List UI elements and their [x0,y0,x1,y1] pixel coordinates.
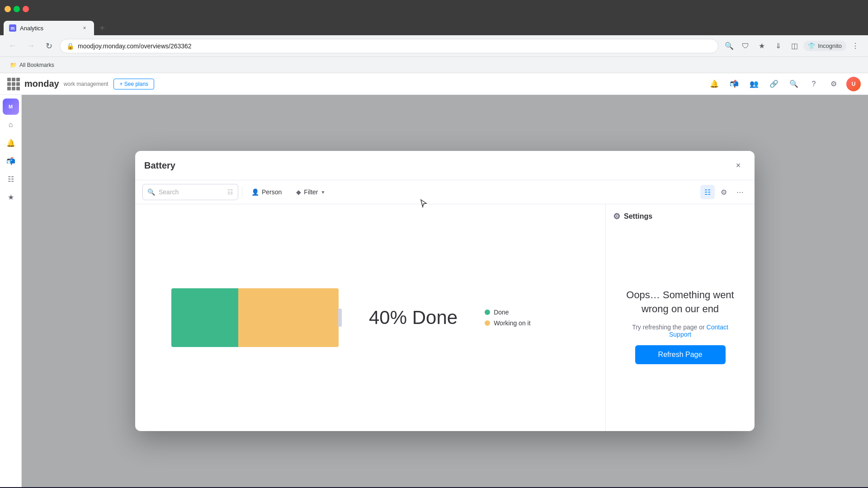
refresh-label: Refresh Page [658,351,703,358]
toolbar-right-icons: ☷ ⚙ ⋯ [700,185,747,199]
app-area: monday work management + See plans 🔔 📬 👥… [0,73,868,487]
dialog-overlay: Battery × 🔍 ☷ 👤 Person [22,95,868,487]
filter-button[interactable]: ◆ Filter ▼ [291,186,330,198]
app-logo-area: monday work management [7,78,108,90]
lock-icon: 🔒 [66,42,74,50]
dialog-close-button[interactable]: × [731,158,745,173]
filter-label: Filter [304,188,318,196]
bookmarks-label: All Bookmarks [19,62,54,68]
download-icon[interactable]: ⇓ [771,39,785,53]
see-plans-button[interactable]: + See plans [113,79,154,89]
dialog-title: Battery [144,160,175,171]
battery-done-segment [171,288,238,347]
done-dot [485,310,490,315]
shield-icon[interactable]: 🛡 [738,39,753,53]
browser-tabs: m Analytics × + [0,18,868,35]
grid-view-button[interactable]: ☷ [700,185,715,199]
working-label: Working on it [494,319,530,327]
forward-button[interactable]: → [24,39,38,53]
battery-percentage-label: 40% Done [369,307,458,328]
refresh-page-button[interactable]: Refresh Page [635,345,726,364]
settings-gear-icon: ⚙ [613,211,620,221]
incognito-icon: 👕 [808,42,815,49]
team-icon[interactable]: 👥 [747,77,761,91]
toolbar-divider [242,187,242,197]
maximize-button[interactable] [14,6,20,12]
sidebar: M ⌂ 🔔 📬 ☷ ★ [0,95,22,487]
sidebar-item-avatar[interactable]: M [3,99,19,115]
apps-grid-icon[interactable] [7,78,20,90]
minimize-button[interactable] [5,6,11,12]
search-icon-btn[interactable]: 🔍 [722,39,736,53]
error-area: Oops… Something went wrong on our end Tr… [613,229,747,424]
bookmarks-bar: 📁 All Bookmarks [0,57,868,73]
address-bar[interactable]: 🔒 moodjoy.monday.com/overviews/263362 [60,39,718,53]
integrations-icon[interactable]: 🔗 [767,77,781,91]
settings-icon[interactable]: ⚙ [826,77,841,91]
browser-toolbar: ← → ↻ 🔒 moodjoy.monday.com/overviews/263… [0,35,868,57]
battery-bar-wrapper [171,288,342,347]
dialog-header: Battery × [135,151,755,180]
battery-working-segment [238,288,339,347]
legend-done: Done [485,309,530,316]
sidebar-item-favorites[interactable]: ★ [3,189,19,205]
sidebar-item-inbox[interactable]: 📬 [3,153,19,169]
help-icon[interactable]: ? [807,77,821,91]
error-title: Oops… Something went wrong on our end [622,288,738,316]
tab-title: Analytics [20,25,77,32]
sidebar-item-boards[interactable]: ☷ [3,171,19,187]
bookmark-star-icon[interactable]: ★ [755,39,769,53]
url-text: moodjoy.monday.com/overviews/263362 [78,42,192,50]
app-header-actions: 🔔 📬 👥 🔗 🔍 ? ⚙ U [707,77,861,91]
more-options-button[interactable]: ⋯ [733,185,747,199]
settings-panel-button[interactable]: ⚙ [717,185,731,199]
tab-close-button[interactable]: × [80,24,89,32]
monday-logo-text: monday [24,79,59,89]
legend-working: Working on it [485,319,530,327]
battery-dialog: Battery × 🔍 ☷ 👤 Person [135,151,755,431]
folder-icon: 📁 [10,62,17,68]
battery-chart-container: 40% Done Done Working on i [171,288,531,347]
inbox-icon[interactable]: 📬 [727,77,741,91]
toolbar-actions: 🔍 🛡 ★ ⇓ ◫ 👕 Incognito ⋮ [722,39,863,53]
monday-logo: monday [24,79,59,89]
sidebar-item-notifications[interactable]: 🔔 [3,135,19,151]
search-icon: 🔍 [147,188,155,196]
settings-header: ⚙ Settings [613,211,747,221]
main-content: Battery × 🔍 ☷ 👤 Person [22,95,868,487]
search-input[interactable] [159,188,222,196]
reload-button[interactable]: ↻ [42,39,56,53]
done-label: Done [494,309,509,316]
tab-favicon: m [9,24,16,32]
sidebar-item-home[interactable]: ⌂ [3,117,19,133]
incognito-badge[interactable]: 👕 Incognito [803,41,846,51]
chart-area: 40% Done Done Working on i [135,204,605,431]
settings-panel: ⚙ Settings Oops… Something went wrong on… [605,204,755,431]
dialog-toolbar: 🔍 ☷ 👤 Person ◆ Filter ▼ [135,180,755,204]
battery-legend: Done Working on it [485,309,530,327]
window-controls [5,6,29,12]
search-wrapper[interactable]: 🔍 ☷ [142,184,238,200]
browser-titlebar [0,0,868,18]
app-header: monday work management + See plans 🔔 📬 👥… [0,73,868,95]
new-tab-button[interactable]: + [96,22,108,34]
app-body: M ⌂ 🔔 📬 ☷ ★ Battery × [0,95,868,487]
user-avatar[interactable]: U [846,77,861,91]
close-window-button[interactable] [23,6,29,12]
table-view-icon: ☷ [227,188,233,196]
browser-chrome: m Analytics × + ← → ↻ 🔒 moodjoy.monday.c… [0,0,868,73]
working-dot [485,320,490,326]
active-tab[interactable]: m Analytics × [4,21,94,35]
filter-icon: ◆ [296,188,301,196]
bookmarks-folder[interactable]: 📁 All Bookmarks [5,60,59,70]
person-filter-button[interactable]: 👤 Person [246,186,287,198]
search-header-icon[interactable]: 🔍 [787,77,801,91]
back-button[interactable]: ← [5,39,20,53]
split-view-icon[interactable]: ◫ [787,39,802,53]
notifications-icon[interactable]: 🔔 [707,77,722,91]
monday-subtitle: work management [64,81,108,87]
incognito-label: Incognito [818,42,842,49]
person-label: Person [262,188,282,196]
see-plans-label: + See plans [119,81,148,87]
menu-button[interactable]: ⋮ [848,39,863,53]
